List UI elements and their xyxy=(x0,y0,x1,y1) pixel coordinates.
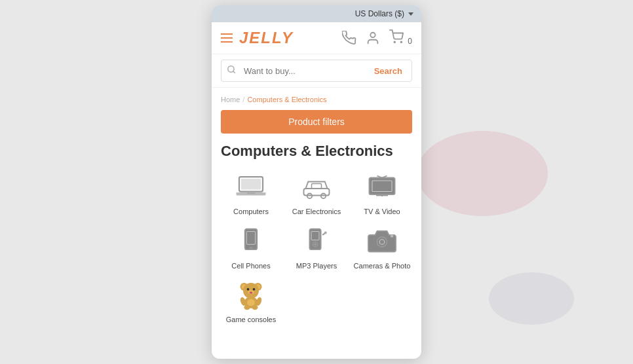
header-left: JELLY xyxy=(221,29,294,47)
category-item-game-consoles[interactable]: Game consoles xyxy=(221,278,281,324)
laptop-icon xyxy=(235,173,267,200)
category-item-cameras[interactable]: Cameras & Photo xyxy=(352,225,412,270)
mp3-players-icon-wrap xyxy=(298,225,335,257)
hamburger-line xyxy=(221,41,233,43)
currency-label: US Dollars ($) xyxy=(355,9,404,18)
search-bar: Search xyxy=(212,54,421,88)
svg-rect-17 xyxy=(372,181,392,192)
mp3-icon xyxy=(301,227,332,255)
cell-phones-icon-wrap xyxy=(233,225,269,257)
game-consoles-icon-wrap xyxy=(233,278,269,311)
cameras-label: Cameras & Photo xyxy=(354,261,411,270)
breadcrumb-home[interactable]: Home xyxy=(221,96,240,103)
product-filters-button[interactable]: Product filters xyxy=(221,110,412,134)
svg-point-36 xyxy=(253,288,256,291)
chevron-down-icon xyxy=(408,12,413,16)
user-icon[interactable] xyxy=(366,31,380,45)
car-icon xyxy=(301,173,332,200)
category-item-computers[interactable]: Computers xyxy=(221,170,281,216)
svg-point-1 xyxy=(394,41,395,43)
cameras-icon-wrap xyxy=(364,225,400,257)
search-button[interactable]: Search xyxy=(365,62,412,81)
tv-video-label: TV & Video xyxy=(364,207,400,216)
hamburger-line xyxy=(221,37,233,39)
svg-point-44 xyxy=(252,305,258,310)
category-item-cell-phones[interactable]: Cell Phones xyxy=(221,225,281,270)
phone-icon[interactable] xyxy=(342,31,356,45)
hamburger-menu-button[interactable] xyxy=(221,33,233,43)
breadcrumb-separator: / xyxy=(242,96,244,103)
computers-icon-wrap xyxy=(233,170,269,203)
search-icon xyxy=(227,65,236,74)
mp3-players-label: MP3 Players xyxy=(296,261,337,270)
search-input[interactable] xyxy=(241,62,365,81)
svg-rect-22 xyxy=(311,231,319,240)
cart-wrapper[interactable]: 0 xyxy=(389,29,412,46)
svg-point-2 xyxy=(400,41,402,43)
category-item-tv-video[interactable]: TV & Video xyxy=(352,170,412,216)
svg-rect-7 xyxy=(247,192,255,194)
top-bar: US Dollars ($) xyxy=(212,5,421,22)
background-blob-2 xyxy=(489,272,574,325)
header: JELLY 0 xyxy=(212,22,421,54)
svg-point-38 xyxy=(250,291,253,293)
search-icon-wrap xyxy=(221,60,241,81)
breadcrumb-current: Computers & Electronics xyxy=(247,96,326,103)
camera-icon xyxy=(366,227,398,255)
phone-frame: US Dollars ($) JELLY xyxy=(212,5,421,359)
background-blob-1 xyxy=(417,131,548,216)
category-item-mp3-players[interactable]: MP3 Players xyxy=(286,225,347,270)
cell-phones-label: Cell Phones xyxy=(231,261,270,270)
svg-rect-6 xyxy=(241,179,261,190)
svg-rect-11 xyxy=(312,184,322,189)
svg-rect-20 xyxy=(246,231,255,244)
svg-point-24 xyxy=(315,244,316,246)
header-icons: 0 xyxy=(342,29,412,46)
teddy-bear-icon xyxy=(235,279,267,310)
breadcrumb: Home / Computers & Electronics xyxy=(221,96,412,103)
game-consoles-label: Game consoles xyxy=(226,315,276,324)
currency-selector[interactable]: US Dollars ($) xyxy=(355,9,413,18)
computers-label: Computers xyxy=(233,207,269,216)
search-inner: Search xyxy=(221,60,412,82)
cellphone-icon xyxy=(235,227,267,255)
tv-video-icon-wrap xyxy=(364,170,400,203)
cart-icon xyxy=(389,29,404,44)
svg-point-35 xyxy=(247,288,250,291)
category-item-car-electronics[interactable]: Car Electronics xyxy=(286,170,347,216)
cart-count: 0 xyxy=(408,37,412,46)
page-title: Computers & Electronics xyxy=(221,143,412,160)
svg-point-43 xyxy=(244,305,250,310)
car-electronics-icon-wrap xyxy=(298,170,335,203)
logo[interactable]: JELLY xyxy=(239,29,294,47)
svg-point-0 xyxy=(370,33,375,37)
tv-icon xyxy=(366,173,398,200)
svg-point-26 xyxy=(324,231,327,234)
svg-line-4 xyxy=(233,71,235,73)
svg-point-29 xyxy=(391,234,394,238)
category-grid: Computers Car Electronics xyxy=(221,170,412,324)
content-area: Home / Computers & Electronics Product f… xyxy=(212,88,421,359)
car-electronics-label: Car Electronics xyxy=(292,207,341,216)
hamburger-line xyxy=(221,33,233,35)
svg-point-28 xyxy=(379,239,385,244)
svg-point-40 xyxy=(247,299,255,306)
